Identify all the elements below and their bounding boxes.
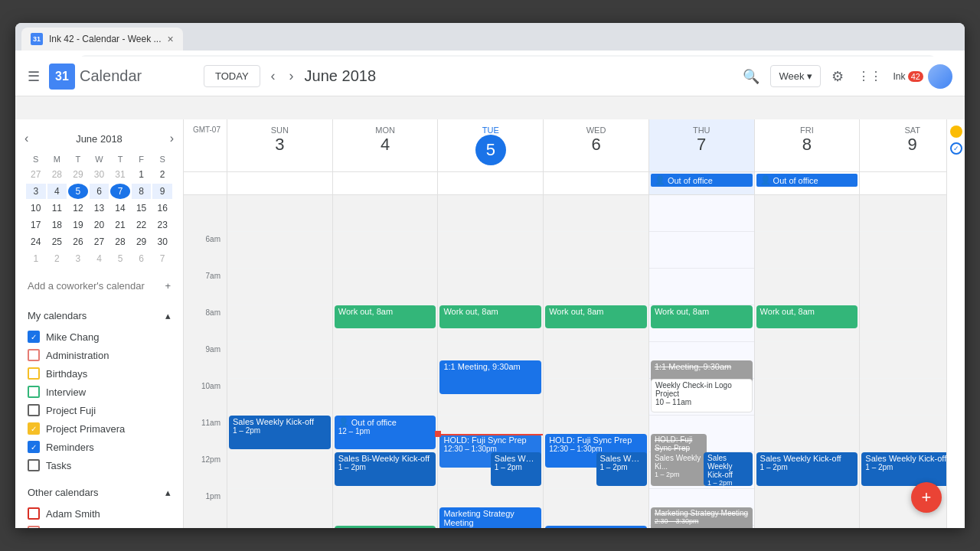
mini-cal-day[interactable]: 31 xyxy=(110,167,130,182)
mini-cal-day[interactable]: 11 xyxy=(47,201,67,216)
mini-cal-day[interactable]: 9 xyxy=(152,184,172,199)
event-wed-project-everest[interactable]: Project Everest Review 3 – 4pm xyxy=(545,526,647,528)
event-thu-sales-kickoff-new[interactable]: Sales Weekly Kick-off 1 – 2pm xyxy=(704,452,753,486)
view-selector[interactable]: Week ▾ xyxy=(770,80,821,87)
event-mon-budget[interactable]: Budget Planning 3 – 4pm xyxy=(335,526,436,528)
mini-cal-day[interactable]: 30 xyxy=(152,234,172,249)
event-time: 1 – 2pm xyxy=(655,471,703,478)
mini-cal-prev[interactable]: ‹ xyxy=(24,132,28,145)
add-coworker-input[interactable] xyxy=(28,280,158,292)
mini-cal-day[interactable]: 27 xyxy=(90,234,109,249)
cal-item-mike-chang[interactable]: ✓ Mike Chang xyxy=(15,328,183,346)
event-title: Weekly Check-in Logo Project xyxy=(655,381,748,398)
mini-cal-day[interactable]: 21 xyxy=(110,217,130,233)
next-period-button[interactable]: › xyxy=(286,80,297,87)
mini-cal-day[interactable]: 1 xyxy=(26,251,46,266)
cal-item-tasks[interactable]: Tasks xyxy=(15,456,183,474)
my-calendars-header[interactable]: My calendars ▴ xyxy=(15,304,183,328)
mini-cal-day[interactable]: 27 xyxy=(26,167,46,182)
event-tue-1on1[interactable]: 1:1 Meeting, 9:30am xyxy=(439,360,541,394)
mini-cal-day[interactable]: 7 xyxy=(110,184,130,199)
cal-item-project-fuji[interactable]: Project Fuji xyxy=(15,401,183,419)
cal-item-project-primavera[interactable]: ✓ Project Primavera xyxy=(15,419,183,438)
event-mon-out-of-office[interactable]: 👤 Out of office 12 – 1pm xyxy=(335,416,436,449)
event-fri-workout[interactable]: Work out, 8am xyxy=(756,305,858,328)
event-tue-workout[interactable]: Work out, 8am xyxy=(439,305,541,328)
active-tab[interactable]: 31 Ink 42 - Calendar - Week ... × xyxy=(21,28,183,51)
mini-cal-day[interactable]: 26 xyxy=(68,234,88,249)
mini-cal-today[interactable]: 5 xyxy=(68,184,88,199)
mini-cal-day[interactable]: 4 xyxy=(90,251,109,266)
event-thu-workout[interactable]: Work out, 8am xyxy=(651,305,753,328)
person-icon: 👤 xyxy=(655,175,665,185)
today-button[interactable]: TODAY xyxy=(204,80,260,87)
mini-cal-day[interactable]: 6 xyxy=(132,251,152,266)
other-calendars-header[interactable]: Other calendars ▴ xyxy=(15,481,183,504)
mini-cal-day[interactable]: 28 xyxy=(47,167,67,182)
day-col-thu: Work out, 8am 1:1 Meeting, 9:30am Weekly… xyxy=(648,195,754,528)
mini-cal-day[interactable]: 14 xyxy=(110,201,130,216)
mini-cal-day[interactable]: 2 xyxy=(152,167,172,182)
event-tue-sales-kickoff[interactable]: Sales Weekly Ki... 1 – 2pm xyxy=(491,452,541,486)
cal-item-adam-smith[interactable]: Adam Smith xyxy=(15,504,183,523)
mini-cal-day[interactable]: 28 xyxy=(110,234,130,249)
mini-cal-day[interactable]: 22 xyxy=(132,217,152,233)
cal-label-interview: Interview xyxy=(46,386,86,398)
mini-cal-day[interactable]: 20 xyxy=(90,217,109,233)
event-wed-sales-kickoff[interactable]: Sales Weekly Ki... 1 – 2pm xyxy=(596,452,647,486)
mini-cal-day[interactable]: 19 xyxy=(68,217,88,233)
search-button[interactable]: 🔍 xyxy=(740,80,763,88)
mini-cal-day[interactable]: 3 xyxy=(68,251,88,266)
add-coworker-icon[interactable]: + xyxy=(165,280,171,292)
event-thu-sales-kickoff-cancelled[interactable]: Sales Weekly Ki... 1 – 2pm xyxy=(651,452,707,486)
mini-cal-day[interactable]: 5 xyxy=(110,251,130,266)
mini-cal-day[interactable]: 17 xyxy=(26,217,46,233)
mini-cal-day[interactable]: 15 xyxy=(132,201,152,216)
mini-cal-day[interactable]: 16 xyxy=(152,201,172,216)
prev-period-button[interactable]: ‹ xyxy=(268,80,279,87)
mini-cal-day[interactable]: 29 xyxy=(132,234,152,249)
event-sun-sales-kickoff[interactable]: Sales Weekly Kick-off 1 – 2pm xyxy=(229,416,331,449)
create-event-fab[interactable]: + xyxy=(911,482,942,513)
cal-item-brigitta-werner[interactable]: Brigitta Werner xyxy=(15,523,183,528)
mini-cal-day[interactable]: 1 xyxy=(132,167,152,182)
mini-cal-day[interactable]: 8 xyxy=(132,184,152,199)
day-num-mon: 4 xyxy=(336,135,435,155)
settings-button[interactable]: ⚙ xyxy=(828,80,847,88)
cal-item-administration[interactable]: Administration xyxy=(15,346,183,364)
cal-item-birthdays[interactable]: Birthdays xyxy=(15,364,183,383)
cal-item-reminders[interactable]: ✓ Reminders xyxy=(15,438,183,456)
mini-cal-next[interactable]: › xyxy=(170,132,174,145)
event-thu-logo-checkin[interactable]: Weekly Check-in Logo Project 10 – 11am xyxy=(651,379,753,412)
mini-cal-day[interactable]: 18 xyxy=(47,217,67,233)
event-mon-workout[interactable]: Work out, 8am xyxy=(335,305,436,328)
mini-cal-day[interactable]: 6 xyxy=(90,184,109,199)
mini-cal-day[interactable]: 30 xyxy=(90,167,109,182)
user-avatar[interactable] xyxy=(928,80,952,89)
mini-cal-day[interactable]: 29 xyxy=(68,167,88,182)
mini-cal-day[interactable]: 4 xyxy=(47,184,67,199)
event-mon-bi-weekly-kickoff[interactable]: Sales Bi-Weekly Kick-off 1 – 2pm xyxy=(335,452,436,486)
add-coworker-section[interactable]: + xyxy=(15,274,183,298)
event-tue-marketing[interactable]: Marketing Strategy Meeting 2:30 – 3:30pm xyxy=(439,507,541,528)
mini-cal-day[interactable]: 23 xyxy=(152,217,172,233)
mini-cal-day[interactable]: 12 xyxy=(68,201,88,216)
apps-button[interactable]: ⋮⋮ xyxy=(854,80,885,86)
allday-event-thu-out-of-office[interactable]: 👤 Out of office xyxy=(651,174,753,187)
menu-button[interactable]: ☰ xyxy=(28,80,40,85)
mini-cal-day[interactable]: 7 xyxy=(152,251,172,266)
mini-cal-day[interactable]: 3 xyxy=(26,184,46,199)
mini-cal-day[interactable]: 25 xyxy=(47,234,67,249)
tab-close-button[interactable]: × xyxy=(168,33,174,45)
mini-cal-day[interactable]: 10 xyxy=(26,201,46,216)
person-icon: 👤 xyxy=(760,175,771,185)
day-num-wed: 6 xyxy=(547,135,645,155)
event-thu-marketing-cancelled[interactable]: Marketing Strategy Meeting 2:30 – 3:30pm xyxy=(651,507,753,528)
event-fri-sales-kickoff[interactable]: Sales Weekly Kick-off 1 – 2pm xyxy=(756,452,858,486)
mini-cal-day[interactable]: 13 xyxy=(90,201,109,216)
allday-event-fri-out-of-office[interactable]: 👤 Out of office xyxy=(756,174,858,187)
cal-item-interview[interactable]: Interview xyxy=(15,383,183,401)
mini-cal-day[interactable]: 24 xyxy=(26,234,46,249)
mini-cal-day[interactable]: 2 xyxy=(47,251,67,266)
event-wed-workout[interactable]: Work out, 8am xyxy=(545,305,647,328)
